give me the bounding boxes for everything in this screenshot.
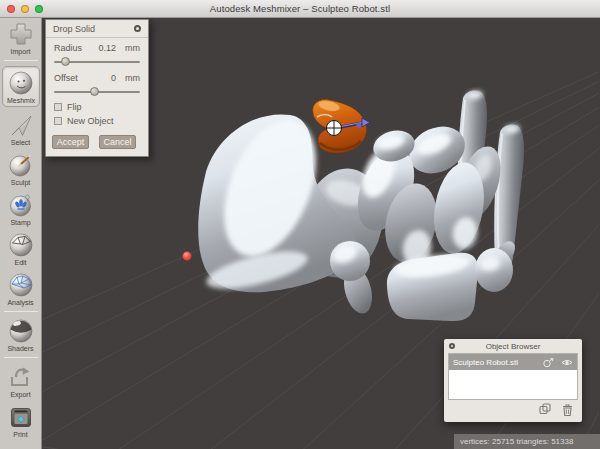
import-plus-icon bbox=[7, 20, 35, 48]
traffic-lights bbox=[7, 5, 43, 13]
radius-slider[interactable] bbox=[54, 58, 140, 67]
delete-trash-icon[interactable] bbox=[562, 403, 573, 416]
object-row[interactable]: Sculpteo Robot.stl bbox=[449, 354, 577, 370]
minimize-button[interactable] bbox=[21, 5, 29, 13]
panel-pin-icon[interactable] bbox=[449, 343, 455, 349]
object-list: Sculpteo Robot.stl bbox=[448, 353, 578, 400]
visibility-eye-icon[interactable] bbox=[561, 358, 573, 367]
sidebar-item-shaders[interactable]: Shaders bbox=[2, 317, 39, 353]
offset-slider-handle[interactable] bbox=[90, 87, 99, 96]
radius-unit: mm bbox=[125, 43, 140, 53]
zoom-button[interactable] bbox=[35, 5, 43, 13]
checkbox-box[interactable] bbox=[54, 103, 62, 111]
panel-title: Drop Solid bbox=[53, 24, 95, 34]
status-bar: vertices: 25715 triangles: 51338 bbox=[454, 434, 600, 449]
offset-unit: mm bbox=[125, 73, 140, 83]
sidebar-item-import[interactable]: Import bbox=[2, 20, 39, 56]
sidebar-separator bbox=[4, 60, 38, 61]
stamp-icon bbox=[7, 191, 35, 219]
sidebar-item-stamp[interactable]: Stamp bbox=[2, 191, 39, 227]
drop-solid-panel: Drop Solid Radius 0.12 mm Offset 0 mm bbox=[45, 19, 149, 157]
new-object-checkbox[interactable]: New Object bbox=[46, 112, 148, 126]
sidebar-separator bbox=[4, 357, 38, 358]
print-icon bbox=[7, 403, 35, 431]
mesh-stats: vertices: 25715 triangles: 51338 bbox=[460, 437, 573, 446]
origin-point bbox=[183, 252, 192, 261]
titlebar[interactable]: Autodesk Meshmixer – Sculpteo Robot.stl bbox=[0, 0, 600, 18]
sidebar-item-meshmix[interactable]: Meshmix bbox=[2, 66, 40, 107]
sidebar-item-print[interactable]: Print bbox=[2, 403, 39, 439]
checkbox-box[interactable] bbox=[54, 117, 62, 125]
object-browser-panel: Object Browser Sculpteo Robot.stl bbox=[444, 339, 582, 422]
sidebar-item-analysis[interactable]: Analysis bbox=[2, 271, 39, 307]
flip-label: Flip bbox=[67, 102, 82, 112]
accept-button[interactable]: Accept bbox=[52, 135, 89, 149]
export-arrow-icon bbox=[7, 363, 35, 391]
edit-wireframe-icon bbox=[7, 231, 35, 259]
object-name: Sculpteo Robot.stl bbox=[453, 358, 535, 367]
duplicate-icon[interactable] bbox=[539, 403, 551, 415]
offset-slider[interactable] bbox=[54, 88, 140, 97]
meshmix-sphere-icon bbox=[7, 69, 35, 97]
sculpt-brush-icon bbox=[7, 151, 35, 179]
transform-icon[interactable] bbox=[542, 357, 554, 368]
shaders-sphere-icon bbox=[7, 317, 35, 345]
new-object-label: New Object bbox=[67, 116, 114, 126]
offset-value[interactable]: 0 bbox=[111, 73, 116, 83]
panel-pin-icon[interactable] bbox=[134, 25, 141, 32]
select-cursor-icon bbox=[7, 111, 35, 139]
offset-label: Offset bbox=[54, 73, 111, 83]
offset-param: Offset 0 mm bbox=[46, 68, 148, 83]
viewport-3d[interactable]: Drop Solid Radius 0.12 mm Offset 0 mm bbox=[42, 18, 600, 449]
flip-checkbox[interactable]: Flip bbox=[46, 98, 148, 112]
radius-slider-handle[interactable] bbox=[61, 57, 70, 66]
cancel-button[interactable]: Cancel bbox=[99, 135, 136, 149]
window-title: Autodesk Meshmixer – Sculpteo Robot.stl bbox=[210, 3, 390, 14]
close-button[interactable] bbox=[7, 5, 15, 13]
sidebar-item-select[interactable]: Select bbox=[2, 111, 39, 147]
object-browser-title: Object Browser bbox=[486, 342, 541, 351]
sidebar-item-sculpt[interactable]: Sculpt bbox=[2, 151, 39, 187]
analysis-mesh-icon bbox=[7, 271, 35, 299]
toolbar-sidebar: Import Meshmix Select bbox=[0, 18, 42, 449]
sidebar-item-edit[interactable]: Edit bbox=[2, 231, 39, 267]
meshmixer-window: Autodesk Meshmixer – Sculpteo Robot.stl … bbox=[0, 0, 600, 449]
radius-param: Radius 0.12 mm bbox=[46, 38, 148, 53]
sidebar-item-export[interactable]: Export bbox=[2, 363, 39, 399]
sidebar-separator bbox=[4, 311, 38, 312]
radius-label: Radius bbox=[54, 43, 98, 53]
radius-value[interactable]: 0.12 bbox=[98, 43, 116, 53]
